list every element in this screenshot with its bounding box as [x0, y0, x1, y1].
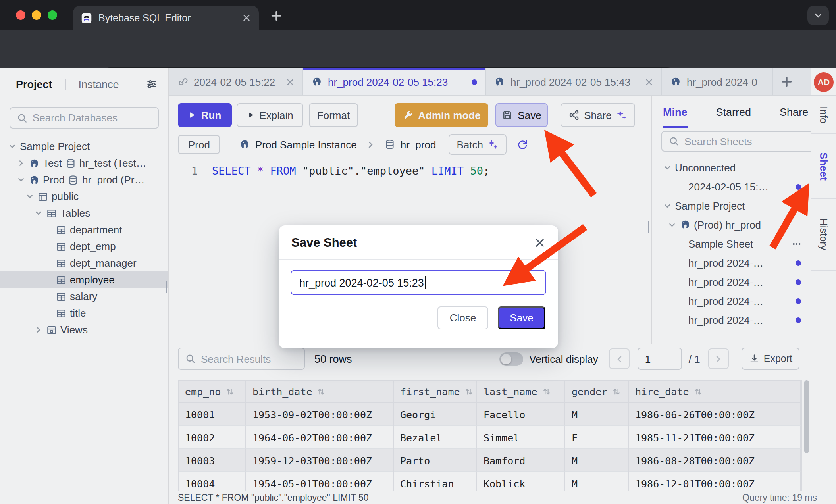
- minimize-window-button[interactable]: [32, 10, 41, 20]
- browser-tab-title: Bytebase SQL Editor: [98, 12, 191, 23]
- new-tab-button[interactable]: [271, 10, 282, 21]
- sheet-name-value: hr_prod 2024-02-05 15:23: [299, 277, 424, 289]
- divider: [279, 259, 558, 260]
- chevron-down-icon: [814, 11, 823, 20]
- bytebase-favicon-icon: [81, 12, 92, 23]
- close-tab-icon[interactable]: [242, 13, 251, 22]
- browser-navbar: localhost:8080/sql-editor/prod-sample-in…: [0, 30, 836, 68]
- close-window-button[interactable]: [16, 10, 25, 20]
- save-sheet-dialog: Save Sheet hr_prod 2024-02-05 15:23 Clos…: [279, 225, 558, 348]
- tab-list-button[interactable]: [807, 6, 829, 25]
- sheet-name-input[interactable]: hr_prod 2024-02-05 15:23: [291, 270, 546, 295]
- close-dialog-icon[interactable]: [534, 237, 545, 248]
- browser-tab-strip: Bytebase SQL Editor: [0, 0, 836, 30]
- text-caret: [425, 276, 426, 289]
- zoom-window-button[interactable]: [48, 10, 57, 20]
- dialog-close-button[interactable]: Close: [437, 306, 488, 329]
- dialog-title: Save Sheet: [291, 236, 357, 250]
- browser-tab[interactable]: Bytebase SQL Editor: [73, 6, 259, 30]
- screenshot-root: Bytebase SQL Editor localhost:8080/sql-e…: [0, 0, 836, 504]
- dialog-save-button[interactable]: Save: [498, 306, 545, 329]
